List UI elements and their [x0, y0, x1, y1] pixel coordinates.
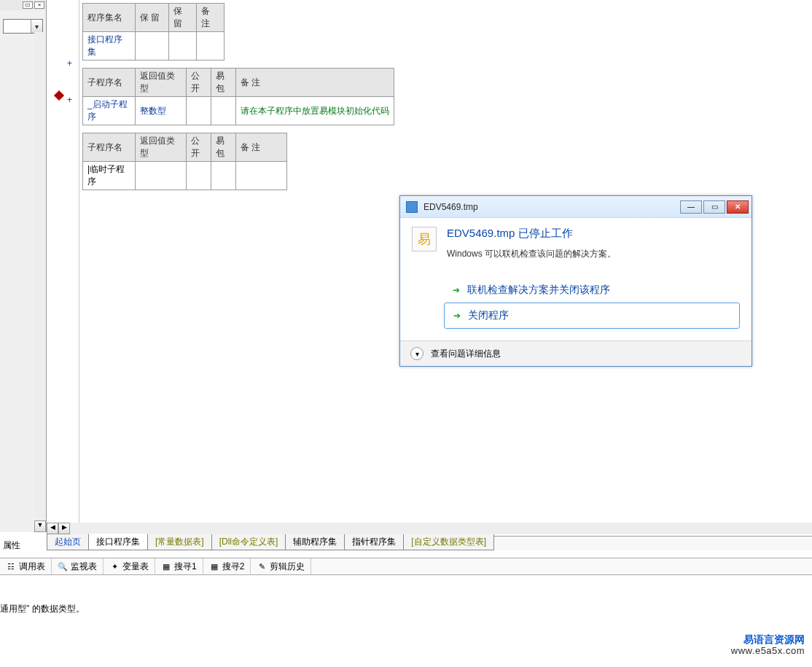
document-tabs: 起始页 接口程序集 [常量数据表] [Dll命令定义表] 辅助程序集 指针程序集… — [47, 536, 812, 550]
tab-dll-commands[interactable]: [Dll命令定义表] — [211, 534, 286, 550]
crash-dialog: EDV5469.tmp — ▭ ✕ 易 EDV5469.tmp 已停止工作 Wi… — [399, 195, 752, 367]
arrow-right-icon: ➔ — [453, 311, 461, 321]
tab-interface-assembly[interactable]: 接口程序集 — [88, 534, 148, 550]
col-header: 保 留 — [136, 4, 169, 32]
dialog-title: EDV5469.tmp — [423, 202, 674, 212]
tab-custom-types[interactable]: [自定义数据类型表] — [403, 534, 494, 550]
tool-call-table[interactable]: ☷ 调用表 — [0, 558, 52, 574]
dialog-heading: EDV5469.tmp 已停止工作 — [447, 227, 616, 241]
col-header: 备 注 — [236, 133, 287, 162]
scroll-right-icon[interactable]: ▶ — [58, 523, 70, 534]
output-message: 通用型" 的数据类型。 — [0, 601, 812, 617]
dialog-body: 易 EDV5469.tmp 已停止工作 Windows 可以联机检查该问题的解决… — [400, 218, 752, 340]
close-button[interactable]: ✕ — [727, 200, 749, 214]
col-header: 返回值类型 — [136, 69, 187, 97]
col-header: 公开 — [187, 69, 211, 97]
col-header: 子程序名 — [83, 133, 136, 162]
col-header: 公开 — [187, 133, 211, 162]
breakpoint-icon[interactable] — [54, 90, 64, 101]
col-header: 返回值类型 — [136, 133, 187, 162]
cell-name[interactable]: _启动子程序 — [83, 97, 136, 125]
col-header: 备 注 — [236, 69, 394, 97]
cell[interactable] — [136, 32, 169, 61]
arrow-right-icon: ➔ — [453, 285, 460, 295]
tool-variable-table[interactable]: ✦ 变量表 — [104, 558, 155, 574]
table-icon: ▦ — [209, 561, 219, 572]
tab-start-page[interactable]: 起始页 — [47, 534, 89, 550]
var-icon: ✦ — [109, 561, 120, 572]
cell[interactable] — [187, 162, 211, 190]
scroll-down-icon[interactable] — [34, 520, 46, 532]
tool-label: 变量表 — [122, 561, 149, 573]
left-properties-panel: ▭ × — [0, 0, 47, 532]
chevron-down-icon[interactable] — [31, 20, 42, 33]
table-icon: ▦ — [161, 561, 171, 572]
watermark-url: www.e5a5x.com — [731, 645, 805, 657]
subroutine-table-1: 子程序名 返回值类型 公开 易包 备 注 _启动子程序 整数型 请在本子程序中放… — [82, 68, 394, 125]
tab-constants[interactable]: [常量数据表] — [147, 534, 212, 550]
cell[interactable] — [211, 97, 236, 125]
watermark-cn: 易语言资源网 — [731, 633, 805, 646]
clip-icon: ✎ — [257, 561, 267, 572]
minimize-button[interactable]: — — [680, 200, 702, 214]
tool-search-2[interactable]: ▦ 搜寻2 — [203, 558, 251, 574]
watermark: 易语言资源网 www.e5a5x.com — [731, 633, 805, 657]
panel-close-icon[interactable]: × — [34, 1, 44, 9]
dialog-footer: ▾ 查看问题详细信息 — [400, 340, 752, 366]
cell[interactable] — [169, 32, 197, 61]
bottom-toolbar: ☷ 调用表 🔍 监视表 ✦ 变量表 ▦ 搜寻1 ▦ 搜寻2 ✎ 剪辑历史 — [0, 558, 812, 575]
col-header: 程序集名 — [83, 4, 136, 32]
scroll-left-icon[interactable]: ◀ — [47, 523, 58, 534]
cell[interactable] — [211, 162, 236, 190]
dialog-titlebar[interactable]: EDV5469.tmp — ▭ ✕ — [400, 196, 752, 218]
panel-title-bar: ▭ × — [0, 0, 46, 10]
assembly-table: 程序集名 保 留 保 留 备 注 接口程序集 — [82, 3, 225, 61]
editor-hscrollbar[interactable]: ◀ ▶ — [47, 523, 812, 534]
action-label: 关闭程序 — [468, 309, 509, 322]
cell-remark[interactable]: 请在本子程序中放置易模块初始化代码 — [236, 97, 394, 125]
chevron-down-icon[interactable]: ▾ — [410, 347, 423, 360]
cell[interactable] — [187, 97, 211, 125]
action-label: 联机检查解决方案并关闭该程序 — [467, 284, 610, 297]
tool-label: 剪辑历史 — [270, 561, 305, 573]
table-row[interactable]: |临时子程序 — [83, 162, 287, 190]
dialog-subtext: Windows 可以联机检查该问题的解决方案。 — [447, 248, 616, 260]
table-row[interactable]: _启动子程序 整数型 请在本子程序中放置易模块初始化代码 — [83, 97, 394, 125]
col-header: 备 注 — [197, 4, 225, 32]
tab-helper-assembly[interactable]: 辅助程序集 — [285, 534, 345, 550]
properties-label: 属性 — [0, 538, 23, 553]
tool-label: 监视表 — [71, 561, 97, 573]
cell[interactable] — [136, 162, 187, 190]
col-header: 易包 — [211, 133, 236, 162]
tool-search-1[interactable]: ▦ 搜寻1 — [155, 558, 203, 574]
expand-icon[interactable]: + — [67, 58, 72, 69]
action-check-online[interactable]: ➔ 联机检查解决方案并关闭该程序 — [444, 278, 740, 303]
editor-gutter: + + — [47, 0, 79, 523]
col-header: 保 留 — [169, 4, 197, 32]
tab-pointer-assembly[interactable]: 指针程序集 — [344, 534, 404, 550]
cell-name[interactable]: 接口程序集 — [83, 32, 136, 61]
properties-dropdown[interactable] — [3, 19, 43, 34]
tool-clip-history[interactable]: ✎ 剪辑历史 — [251, 558, 311, 574]
expand-icon[interactable]: + — [67, 95, 72, 105]
app-icon — [406, 201, 418, 213]
panel-float-icon[interactable]: ▭ — [23, 1, 33, 9]
panel-scrollbar[interactable] — [34, 32, 46, 532]
cell[interactable] — [236, 162, 287, 190]
subroutine-table-2: 子程序名 返回值类型 公开 易包 备 注 |临时子程序 — [82, 133, 287, 190]
search-icon: 🔍 — [58, 561, 68, 572]
maximize-button[interactable]: ▭ — [703, 200, 725, 214]
tool-label: 搜寻2 — [222, 561, 245, 573]
grid-icon: ☷ — [6, 561, 16, 572]
col-header: 子程序名 — [83, 69, 136, 97]
cell[interactable] — [197, 32, 225, 61]
cell-name[interactable]: |临时子程序 — [83, 162, 136, 190]
table-row[interactable]: 接口程序集 — [83, 32, 225, 61]
action-close-program[interactable]: ➔ 关闭程序 — [444, 303, 740, 329]
tool-watch-table[interactable]: 🔍 监视表 — [52, 558, 104, 574]
cell-type[interactable]: 整数型 — [136, 97, 187, 125]
details-label[interactable]: 查看问题详细信息 — [431, 348, 501, 360]
window-buttons: — ▭ ✕ — [680, 200, 749, 214]
col-header: 易包 — [211, 69, 236, 97]
tool-label: 搜寻1 — [174, 561, 197, 573]
